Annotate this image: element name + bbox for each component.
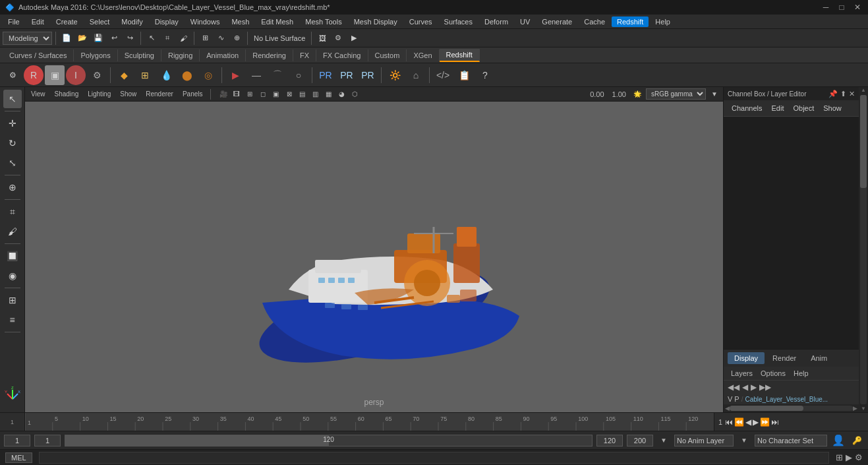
vp-icon-camera[interactable]: 🎥 <box>217 88 229 100</box>
char-set-dropdown-icon[interactable]: ▼ <box>741 437 747 444</box>
shelf-tab-animation[interactable]: Animation <box>200 49 246 61</box>
shelf-tab-rigging[interactable]: Rigging <box>161 49 200 61</box>
vp-icon-wire[interactable]: ⬡ <box>349 88 361 100</box>
anim-layer-dropdown-icon[interactable]: ▼ <box>660 437 667 444</box>
vp-menu-renderer[interactable]: Renderer <box>142 89 177 99</box>
move-tool-button[interactable]: ✛ <box>3 114 22 133</box>
vp-icon-w5[interactable]: ▦ <box>323 88 335 100</box>
paint-button[interactable]: 🖌 <box>3 222 22 241</box>
viewport-canvas[interactable]: persp <box>25 102 723 412</box>
hscroll-right[interactable]: ▶ <box>853 405 857 412</box>
transport-back[interactable]: ◀ <box>745 418 751 427</box>
shelf-tab-rendering[interactable]: Rendering <box>246 49 293 61</box>
menu-item-cache[interactable]: Cache <box>579 16 610 27</box>
layer-next-arrow[interactable]: ▶ <box>751 383 757 392</box>
menu-item-mesh[interactable]: Mesh <box>226 16 254 27</box>
vp-icon-w2[interactable]: ⊠ <box>283 88 295 100</box>
show-button[interactable]: Show <box>819 103 846 113</box>
layer-prev-arrow[interactable]: ◀ <box>742 383 748 392</box>
snap-curve-button[interactable]: ∿ <box>214 31 228 46</box>
shelf-icon-code[interactable]: </> <box>433 65 453 85</box>
float-button[interactable]: ⬆ <box>840 90 846 98</box>
layer-playback[interactable]: P <box>734 395 739 403</box>
menu-item-edit[interactable]: Edit <box>26 16 49 27</box>
shelf-icon-rs5[interactable]: ▶ <box>225 65 245 85</box>
shelf-icon-help[interactable]: ? <box>475 65 495 85</box>
close-button[interactable]: ✕ <box>852 2 863 13</box>
hscroll-thumb[interactable] <box>730 406 803 411</box>
menu-item-redshift[interactable]: Redshift <box>612 16 649 27</box>
vp-menu-lighting[interactable]: Lighting <box>84 89 114 99</box>
menu-item-generate[interactable]: Generate <box>536 16 577 27</box>
menu-item-help[interactable]: Help <box>650 16 676 27</box>
hscroll-left[interactable]: ◀ <box>725 405 730 412</box>
shelf-icon-rs1[interactable]: R <box>24 65 43 85</box>
scale-tool-button[interactable]: ⤡ <box>3 154 22 172</box>
select-tool-button[interactable]: ↖ <box>144 31 159 46</box>
shelf-icon-donut[interactable]: ◎ <box>198 65 218 85</box>
anim-end-field[interactable] <box>627 435 653 447</box>
mel-button[interactable]: MEL <box>5 452 32 463</box>
frame-end-field[interactable] <box>596 435 623 447</box>
frame-slider[interactable]: 120 <box>65 435 593 447</box>
shelf-icon-sphere2[interactable]: ○ <box>289 65 308 85</box>
shelf-icon-rs3[interactable]: I <box>66 65 86 85</box>
render-view-button[interactable]: 🖼 <box>315 31 330 46</box>
hscroll-track[interactable] <box>730 406 853 411</box>
menu-item-deform[interactable]: Deform <box>479 16 513 27</box>
shelf-icon-pr3[interactable]: PR <box>358 65 378 85</box>
shelf-tab-xgen[interactable]: XGen <box>407 49 439 61</box>
vp-icon-shading[interactable]: ◕ <box>336 88 348 100</box>
paint-select-button[interactable]: 🖌 <box>176 31 190 46</box>
render-tab[interactable]: Render <box>766 352 803 364</box>
transport-prev-key[interactable]: ⏪ <box>734 418 744 427</box>
snap-mode-button[interactable]: 🔲 <box>3 247 22 265</box>
menu-item-surfaces[interactable]: Surfaces <box>439 16 478 27</box>
options-button[interactable]: Options <box>757 369 789 378</box>
menu-item-create[interactable]: Create <box>51 16 83 27</box>
shelf-icon-dome[interactable]: ⌂ <box>406 65 426 85</box>
status-icon-grid[interactable]: ⊞ <box>836 452 843 462</box>
menu-item-display[interactable]: Display <box>150 16 184 27</box>
shelf-icon-hook[interactable]: ⌒ <box>268 65 287 85</box>
vp-icon-bbox[interactable]: ◻ <box>257 88 269 100</box>
render-button[interactable]: ▶ <box>347 31 361 46</box>
shelf-icon-rs4[interactable]: ⚙ <box>87 65 107 85</box>
anim-layer-arrow[interactable]: ▼ <box>657 437 670 444</box>
layers-button[interactable]: Layers <box>728 369 756 378</box>
anim-tab[interactable]: Anim <box>804 352 834 364</box>
layer-first-arrow[interactable]: ◀◀ <box>728 383 739 392</box>
transform-tool-button[interactable]: ⊕ <box>3 178 22 197</box>
shelf-tab-fxcaching[interactable]: FX Caching <box>316 49 368 61</box>
channels-button[interactable]: Channels <box>728 103 766 113</box>
scrollbar-down-arrow[interactable]: ▼ <box>860 406 867 412</box>
menu-item-uv[interactable]: UV <box>515 16 535 27</box>
layer-name[interactable]: Cable_Layer_Vessel_Blue... <box>745 396 855 403</box>
frame-current-field[interactable] <box>34 435 61 447</box>
rotate-tool-button[interactable]: ↻ <box>3 134 22 152</box>
shelf-icon-light[interactable]: 🔆 <box>385 65 405 85</box>
close-panel-button[interactable]: ✕ <box>849 90 855 98</box>
vp-icon-grid2[interactable]: ⊞ <box>244 88 256 100</box>
edit-button[interactable]: Edit <box>767 103 788 113</box>
status-icon-settings[interactable]: ⚙ <box>855 452 863 462</box>
snap-grid-button[interactable]: ⊞ <box>198 31 212 46</box>
shelf-icon-pr1[interactable]: PR <box>316 65 335 85</box>
snap-point-button[interactable]: ⊕ <box>229 31 244 46</box>
select-mode-button[interactable]: ↖ <box>3 90 22 108</box>
isolate-button[interactable]: ⊞ <box>3 291 22 309</box>
shelf-tab-custom[interactable]: Custom <box>368 49 407 61</box>
character-icon-btn[interactable]: 👤 <box>831 433 846 448</box>
transport-fwd[interactable]: ▶ <box>753 418 759 427</box>
right-scrollbar[interactable]: ▲ ▼ <box>859 87 868 412</box>
vp-menu-show[interactable]: Show <box>117 89 140 99</box>
vp-menu-shading[interactable]: Shading <box>51 89 82 99</box>
scrollbar-up-arrow[interactable]: ▲ <box>860 87 867 94</box>
menu-item-file[interactable]: File <box>3 16 25 27</box>
undo-button[interactable]: ↩ <box>107 31 121 46</box>
menu-item-curves[interactable]: Curves <box>404 16 438 27</box>
vp-icon-dropdown[interactable]: ▼ <box>709 88 720 100</box>
lasso-button[interactable]: ⌗ <box>3 202 22 221</box>
shelf-tab-redshift[interactable]: Redshift <box>440 49 480 62</box>
menu-item-mesh-tools[interactable]: Mesh Tools <box>300 16 347 27</box>
